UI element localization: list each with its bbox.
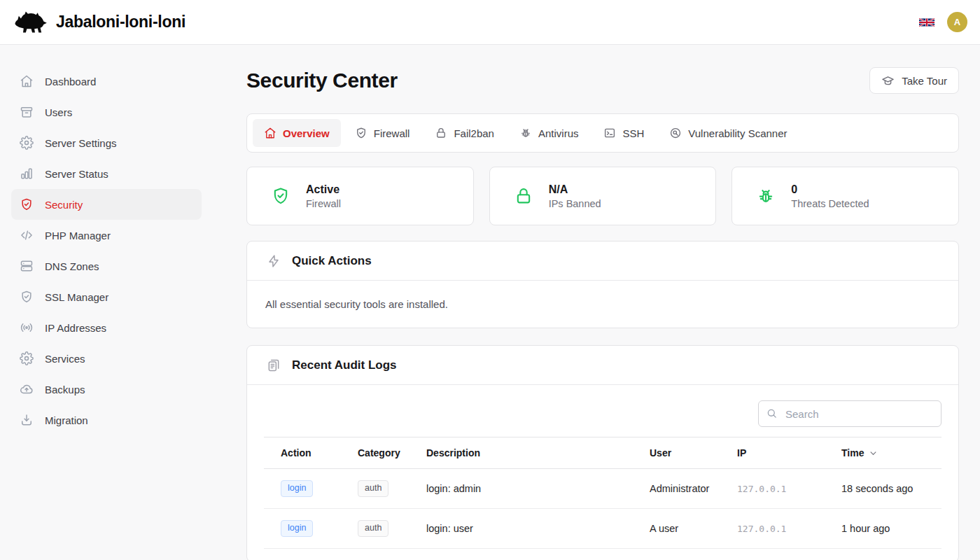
action-badge: login (281, 520, 313, 537)
gear-icon (20, 351, 34, 365)
download-icon (20, 413, 34, 427)
sidebar-item-label: Backups (45, 384, 85, 396)
user-cell: Administrator (633, 483, 720, 494)
app-logo[interactable]: Jabaloni-loni-loni (13, 8, 186, 36)
ip-cell: 127.0.0.1 (720, 524, 825, 534)
bug-icon (756, 186, 776, 206)
column-header-category[interactable]: Category (341, 447, 410, 458)
audit-logs-title: Recent Audit Logs (292, 358, 397, 372)
tab-overview[interactable]: Overview (253, 119, 341, 147)
language-flag-icon[interactable] (919, 17, 934, 28)
column-header-time[interactable]: Time (825, 447, 941, 458)
column-header-description[interactable]: Description (410, 447, 633, 458)
tab-label: Firewall (374, 127, 410, 139)
take-tour-label: Take Tour (902, 75, 947, 87)
sidebar-item-ip-addresses[interactable]: IP Addresses (11, 312, 202, 343)
user-avatar[interactable]: A (947, 12, 967, 32)
column-header-ip[interactable]: IP (720, 447, 825, 458)
category-badge: auth (358, 480, 388, 497)
sidebar-item-services[interactable]: Services (11, 343, 202, 374)
status-card-threats-detected: 0 Threats Detected (732, 167, 959, 225)
tab-firewall[interactable]: Firewall (344, 119, 421, 147)
column-label: User (650, 447, 671, 458)
tab-label: Antivirus (538, 127, 579, 139)
tab-ssh[interactable]: SSH (592, 119, 655, 147)
table-header-row: ActionCategoryDescriptionUserIPTime (264, 437, 941, 469)
sidebar-item-label: Users (45, 106, 72, 118)
sidebar-item-label: Server Settings (45, 137, 117, 149)
sidebar-item-label: SSL Manager (45, 291, 108, 303)
sidebar-item-server-settings[interactable]: Server Settings (11, 127, 202, 158)
table-row: loginauthlogin: adminAdministrator127.0.… (264, 469, 941, 509)
terminal-icon (603, 127, 616, 139)
sidebar-item-label: Dashboard (45, 76, 96, 88)
home-icon (20, 74, 34, 88)
status-value: N/A (549, 183, 601, 196)
column-header-action[interactable]: Action (264, 447, 341, 458)
status-card-firewall: Active Firewall (246, 167, 474, 225)
time-cell: 18 seconds ago (825, 483, 941, 494)
status-value: 0 (791, 183, 869, 196)
status-cards: Active FirewallN/A IPs Banned0 Threats D… (246, 167, 959, 225)
bar-chart-icon (20, 167, 34, 181)
code-icon (20, 228, 34, 242)
table-body: loginauthlogin: adminAdministrator127.0.… (264, 469, 941, 549)
scan-icon (669, 127, 682, 139)
description-cell: login: user (410, 523, 633, 534)
page-title: Security Center (246, 69, 398, 92)
shield-check-icon (20, 290, 34, 304)
tab-label: Fail2ban (454, 127, 494, 139)
status-card-ips-banned: N/A IPs Banned (489, 167, 717, 225)
sidebar-nav: DashboardUsersServer SettingsServer Stat… (0, 45, 213, 560)
status-label: Threats Detected (791, 198, 869, 209)
take-tour-button[interactable]: Take Tour (869, 67, 959, 94)
sidebar-item-label: IP Addresses (45, 322, 106, 334)
table-row: loginauthlogin: userA user127.0.0.11 hou… (264, 509, 941, 549)
security-tabs: OverviewFirewallFail2banAntivirusSSHVuln… (246, 113, 959, 153)
cloud-upload-icon (20, 382, 34, 396)
quick-actions-title: Quick Actions (292, 254, 372, 268)
boar-logo-icon (13, 8, 48, 36)
sidebar-item-migration[interactable]: Migration (11, 405, 202, 435)
shield-check-icon (20, 197, 34, 211)
search-icon (766, 407, 778, 419)
time-cell: 1 hour ago (825, 523, 941, 534)
sidebar-item-ssl-manager[interactable]: SSL Manager (11, 281, 202, 312)
column-header-user[interactable]: User (633, 447, 720, 458)
column-label: Description (426, 447, 480, 458)
tab-vulnerability-scanner[interactable]: Vulnerability Scanner (658, 119, 798, 147)
action-badge: login (281, 480, 313, 497)
search-input[interactable] (758, 400, 941, 427)
drawer-icon (20, 105, 34, 119)
top-header: Jabaloni-loni-loni A (0, 0, 980, 45)
sidebar-item-label: Services (45, 353, 85, 365)
sidebar-item-backups[interactable]: Backups (11, 374, 202, 405)
sidebar-item-security[interactable]: Security (11, 189, 202, 220)
tab-label: Overview (283, 127, 330, 139)
column-label: Action (281, 447, 312, 458)
zap-icon (267, 254, 281, 268)
home-icon (264, 127, 276, 139)
server-icon (20, 259, 34, 273)
bug-icon (519, 127, 532, 139)
sidebar-item-label: PHP Manager (45, 230, 111, 241)
tab-fail2ban[interactable]: Fail2ban (424, 119, 505, 147)
sidebar-item-dns-zones[interactable]: DNS Zones (11, 251, 202, 281)
column-label: Category (358, 447, 400, 458)
audit-logs-card: Recent Audit Logs ActionCategoryDescript… (246, 345, 959, 560)
lock-icon (514, 186, 533, 206)
sidebar-item-php-manager[interactable]: PHP Manager (11, 220, 202, 251)
tab-antivirus[interactable]: Antivirus (508, 119, 590, 147)
sidebar-item-dashboard[interactable]: Dashboard (11, 66, 202, 97)
description-cell: login: admin (410, 483, 633, 494)
column-label: IP (737, 447, 746, 458)
sidebar-item-users[interactable]: Users (11, 97, 202, 127)
tab-label: SSH (622, 127, 644, 139)
audit-logs-table: ActionCategoryDescriptionUserIPTime logi… (264, 437, 941, 549)
gear-icon (20, 136, 34, 150)
user-cell: A user (633, 523, 720, 534)
status-value: Active (306, 183, 341, 196)
sidebar-item-label: Migration (45, 414, 88, 426)
sidebar-item-server-status[interactable]: Server Status (11, 158, 202, 189)
app-title: Jabaloni-loni-loni (56, 13, 186, 31)
